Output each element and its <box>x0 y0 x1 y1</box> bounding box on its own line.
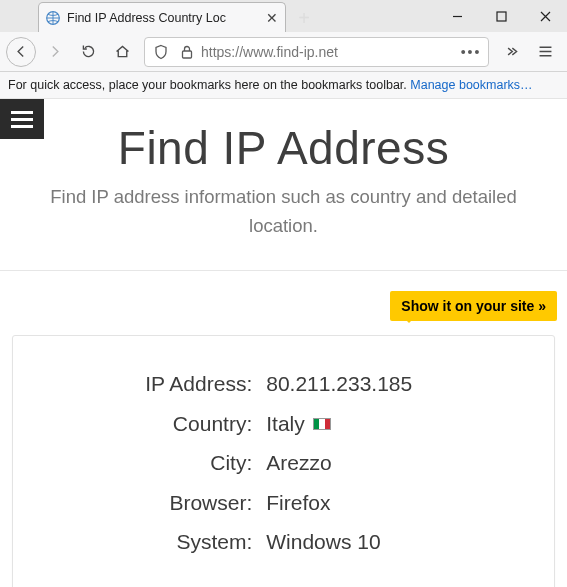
new-tab-button[interactable]: + <box>290 4 318 32</box>
close-window-button[interactable] <box>523 0 567 32</box>
window-titlebar: Find IP Address Country Loc ✕ + <box>0 0 567 32</box>
row-country: Country: Italy <box>23 404 544 443</box>
svg-rect-1 <box>497 12 506 21</box>
page-actions-icon[interactable]: ••• <box>458 44 484 60</box>
page-title: Find IP Address <box>0 99 567 183</box>
shield-icon[interactable] <box>149 40 173 64</box>
browser-value: Firefox <box>266 483 330 522</box>
tab-title: Find IP Address Country Loc <box>67 11 259 25</box>
home-button[interactable] <box>106 37 138 67</box>
address-bar[interactable]: https://www.find-ip.net ••• <box>144 37 489 67</box>
favicon-globe-icon <box>45 10 61 26</box>
italy-flag-icon <box>313 418 331 430</box>
hamburger-menu-button[interactable] <box>0 99 44 139</box>
forward-button <box>38 37 70 67</box>
browser-tab[interactable]: Find IP Address Country Loc ✕ <box>38 2 286 32</box>
close-tab-icon[interactable]: ✕ <box>265 11 279 25</box>
url-text: https://www.find-ip.net <box>201 44 456 60</box>
ip-info-card: IP Address: 80.211.233.185 Country: Ital… <box>12 335 555 587</box>
system-value: Windows 10 <box>266 522 380 561</box>
lock-icon[interactable] <box>175 40 199 64</box>
overflow-button[interactable] <box>495 37 527 67</box>
row-browser: Browser: Firefox <box>23 483 544 522</box>
ip-value: 80.211.233.185 <box>266 364 412 403</box>
page-subtitle: Find IP address information such as coun… <box>0 183 567 270</box>
row-system: System: Windows 10 <box>23 522 544 561</box>
ip-label: IP Address: <box>23 364 252 403</box>
show-on-site-button[interactable]: Show it on your site » <box>390 291 557 321</box>
svg-rect-2 <box>183 51 192 58</box>
row-city: City: Arezzo <box>23 443 544 482</box>
manage-bookmarks-link[interactable]: Manage bookmarks… <box>410 78 532 92</box>
bookmark-hint-text: For quick access, place your bookmarks h… <box>8 78 410 92</box>
system-label: System: <box>23 522 252 561</box>
page-content: Find IP Address Find IP address informat… <box>0 99 567 587</box>
row-ip: IP Address: 80.211.233.185 <box>23 364 544 403</box>
app-menu-button[interactable] <box>529 37 561 67</box>
reload-button[interactable] <box>72 37 104 67</box>
maximize-button[interactable] <box>479 0 523 32</box>
minimize-button[interactable] <box>435 0 479 32</box>
bookmarks-toolbar: For quick access, place your bookmarks h… <box>0 72 567 99</box>
city-value: Arezzo <box>266 443 331 482</box>
browser-toolbar: https://www.find-ip.net ••• <box>0 32 567 72</box>
browser-label: Browser: <box>23 483 252 522</box>
back-button[interactable] <box>6 37 36 67</box>
country-label: Country: <box>23 404 252 443</box>
city-label: City: <box>23 443 252 482</box>
window-controls <box>435 0 567 32</box>
country-value: Italy <box>266 404 305 443</box>
